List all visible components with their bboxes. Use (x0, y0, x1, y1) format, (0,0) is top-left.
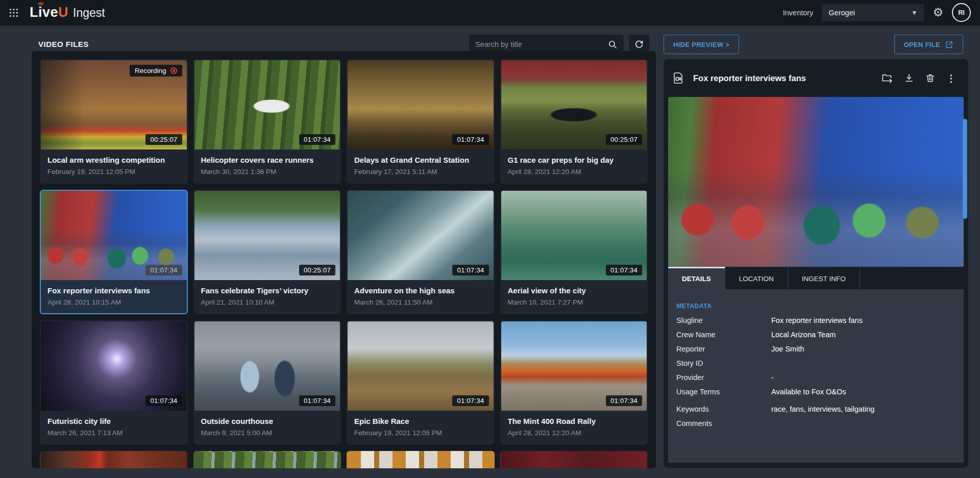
video-card[interactable]: 01:07:34 Epic Bike Race February 19, 202… (347, 320, 495, 445)
duration-badge: 01:07:34 (299, 134, 335, 145)
video-card-meta: Fans celebrate Tigers’ victory April 21,… (194, 280, 340, 313)
metadata-field-row: Story ID (676, 359, 955, 368)
video-card-meta: Aerial view of the city March 10, 2021 7… (501, 280, 647, 313)
tab-ingest-info[interactable]: INGEST INFO (788, 267, 860, 289)
video-card-meta: Fox reporter interviews fans April 28, 2… (41, 280, 187, 313)
metadata-field-row: Slugline Fox reporter interviews fans (676, 316, 955, 325)
metadata-field-label: Provider (676, 373, 771, 382)
video-card[interactable]: 01:07:34 Aerial view of the city March 1… (500, 190, 648, 314)
video-card[interactable]: 01:07:34 Outside courthouse March 9, 202… (193, 320, 341, 445)
video-card[interactable]: 01:07:34 Futuristic city life March 26, … (40, 320, 188, 445)
preview-image[interactable] (668, 97, 964, 267)
video-card-meta: Outside courthouse March 9, 2021 5:00 AM (194, 411, 340, 444)
video-date: April 21, 2021 10:10 AM (201, 298, 334, 306)
metadata-field-label: Story ID (676, 359, 771, 368)
video-card-meta: Helicopter covers race runners March 30,… (194, 149, 340, 183)
video-card[interactable]: 01:07:34 Helicopter covers race runners … (193, 59, 341, 184)
video-card-meta: Adventure on the high seas March 26, 202… (348, 280, 494, 313)
video-title: Helicopter covers race runners (201, 156, 334, 164)
video-card[interactable]: 01:07:34 Fox reporter interviews fans Ap… (40, 190, 188, 314)
preview-panel: Fox reporter interviews fans (664, 59, 968, 468)
trash-icon[interactable] (925, 73, 935, 83)
video-title: Fans celebrate Tigers’ victory (201, 286, 334, 295)
chevron-down-icon: ▼ (911, 9, 917, 16)
open-file-label: OPEN FILE (904, 41, 940, 48)
metadata-section-heading: METADATA (676, 303, 955, 310)
preview-scrollbar-thumb[interactable] (963, 119, 967, 219)
preview-tabs: DETAILSLOCATIONINGEST INFO (668, 267, 964, 289)
video-card-meta: Epic Bike Race February 19, 2021 12:05 P… (348, 411, 494, 444)
search-input[interactable] (475, 40, 608, 48)
gear-icon[interactable]: ⚙ (933, 7, 943, 18)
duration-badge: 01:07:34 (452, 395, 488, 406)
inventory-select[interactable]: Gerogei ▼ (822, 4, 924, 21)
video-thumbnail: 01:07:34 (348, 60, 494, 149)
details-tab-content: METADATA Slugline Fox reporter interview… (668, 289, 964, 463)
video-date: April 28, 2021 12:20 AM (508, 429, 641, 437)
video-card-partial[interactable] (347, 451, 495, 468)
video-title: Aerial view of the city (508, 286, 641, 295)
duration-badge: 01:07:34 (299, 395, 335, 406)
video-title: Local arm wrestling competition (47, 156, 180, 164)
app-name: Ingest (73, 7, 105, 19)
video-card[interactable]: 01:07:34 The Mint 400 Road Rally April 2… (500, 320, 648, 445)
video-card[interactable]: 00:25:07 Fans celebrate Tigers’ victory … (193, 190, 341, 314)
metadata-fields: Slugline Fox reporter interviews fans Cr… (676, 316, 955, 428)
duration-badge: 01:07:34 (145, 395, 182, 406)
app-grid-icon[interactable] (7, 6, 20, 19)
duration-badge: 00:25:07 (606, 134, 642, 145)
metadata-field-label: Reporter (676, 345, 771, 354)
video-files-panel[interactable]: Recording 00:25:07 Local arm wrestling c… (32, 51, 656, 468)
brand-logo: LiveU Ingest (30, 6, 105, 19)
recording-badge: Recording (130, 65, 182, 77)
page-title: VIDEO FILES (38, 40, 89, 48)
video-files-grid: Recording 00:25:07 Local arm wrestling c… (40, 59, 648, 468)
metadata-field-row: Comments (676, 419, 955, 428)
download-icon[interactable] (904, 73, 914, 83)
video-file-icon (672, 71, 685, 85)
video-card-meta: The Mint 400 Road Rally April 28, 2021 1… (501, 411, 647, 444)
metadata-field-value: Fox reporter interviews fans (771, 316, 863, 325)
video-title: Fox reporter interviews fans (47, 286, 180, 295)
video-title: The Mint 400 Road Rally (508, 417, 641, 425)
duration-badge: 00:25:07 (299, 265, 335, 275)
video-date: March 10, 2021 7:27 PM (508, 298, 641, 306)
duration-badge: 01:07:34 (452, 265, 488, 275)
video-card-partial[interactable] (193, 451, 341, 468)
video-thumbnail: 01:07:34 (194, 321, 340, 411)
duration-badge: 01:07:34 (145, 265, 182, 275)
move-to-folder-icon[interactable] (881, 73, 893, 83)
video-card[interactable]: Recording 00:25:07 Local arm wrestling c… (40, 59, 188, 184)
hide-preview-label: HIDE PREVIEW > (673, 41, 729, 48)
preview-actions: ⋮ (881, 73, 960, 83)
hide-preview-button[interactable]: HIDE PREVIEW > (664, 35, 739, 54)
video-card[interactable]: 01:07:34 Delays at Grand Central Station… (347, 59, 495, 184)
video-thumbnail: 01:07:34 (348, 191, 494, 280)
metadata-field-label: Usage Terms (676, 388, 771, 396)
avatar[interactable]: RI (952, 3, 971, 22)
kebab-menu-icon[interactable]: ⋮ (946, 73, 956, 83)
metadata-field-label: Crew Name (676, 331, 771, 339)
video-thumbnail: 01:07:34 (41, 321, 187, 411)
duration-badge: 00:25:07 (145, 134, 182, 145)
video-card-partial[interactable] (500, 451, 648, 468)
video-title: Outside courthouse (201, 417, 334, 425)
video-card-partial[interactable] (40, 451, 188, 468)
metadata-field-row: Provider - (676, 373, 955, 382)
video-card-meta: Delays at Grand Central Station February… (348, 149, 494, 183)
metadata-field-row: Usage Terms Available to Fox O&Os (676, 388, 955, 396)
search-icon[interactable] (608, 40, 618, 49)
video-thumbnail: 01:07:34 (194, 60, 340, 149)
inventory-selected-value: Gerogei (828, 9, 855, 17)
open-file-button[interactable]: OPEN FILE (894, 35, 963, 54)
tab-details[interactable]: DETAILS (668, 267, 725, 289)
video-title: Epic Bike Race (354, 417, 487, 425)
video-card[interactable]: 01:07:34 Adventure on the high seas Marc… (347, 190, 495, 314)
video-card-meta: Local arm wrestling competition February… (41, 149, 187, 183)
preview-title: Fox reporter interviews fans (693, 73, 806, 83)
tab-location[interactable]: LOCATION (725, 267, 788, 289)
recording-label: Recording (135, 67, 166, 74)
video-card[interactable]: 00:25:07 G1 race car preps for big day A… (500, 59, 648, 184)
record-icon (170, 67, 177, 74)
video-thumbnail: 00:25:07 (194, 191, 340, 280)
